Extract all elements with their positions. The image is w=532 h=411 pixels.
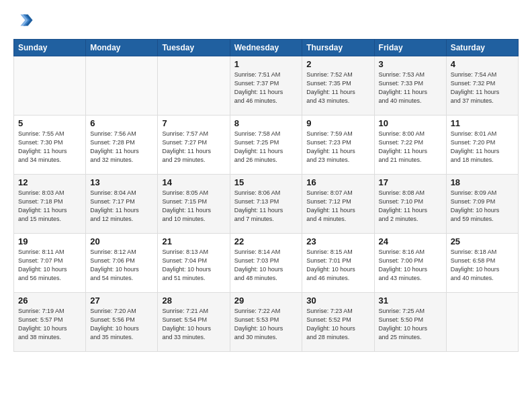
calendar-cell: 3Sunrise: 7:53 AM Sunset: 7:33 PM Daylig… <box>374 56 446 116</box>
day-info: Sunrise: 8:12 AM Sunset: 7:06 PM Dayligh… <box>90 248 153 283</box>
calendar-cell <box>14 56 86 116</box>
day-info: Sunrise: 7:52 AM Sunset: 7:35 PM Dayligh… <box>306 71 369 105</box>
week-row-1: 1Sunrise: 7:51 AM Sunset: 7:37 PM Daylig… <box>14 56 519 116</box>
day-info: Sunrise: 7:57 AM Sunset: 7:27 PM Dayligh… <box>162 130 225 165</box>
day-info: Sunrise: 7:25 AM Sunset: 5:50 PM Dayligh… <box>379 307 442 342</box>
day-info: Sunrise: 7:23 AM Sunset: 5:52 PM Dayligh… <box>306 307 369 342</box>
day-info: Sunrise: 8:18 AM Sunset: 6:58 PM Dayligh… <box>451 248 514 283</box>
day-info: Sunrise: 7:21 AM Sunset: 5:54 PM Dayligh… <box>162 307 225 342</box>
day-info: Sunrise: 8:07 AM Sunset: 7:12 PM Dayligh… <box>306 189 369 224</box>
calendar-cell: 28Sunrise: 7:21 AM Sunset: 5:54 PM Dayli… <box>158 293 230 352</box>
calendar-cell: 31Sunrise: 7:25 AM Sunset: 5:50 PM Dayli… <box>374 293 446 352</box>
calendar-cell: 26Sunrise: 7:19 AM Sunset: 5:57 PM Dayli… <box>14 293 86 352</box>
day-number: 6 <box>90 118 153 128</box>
day-header-thursday: Thursday <box>302 40 374 56</box>
week-row-4: 19Sunrise: 8:11 AM Sunset: 7:07 PM Dayli… <box>14 234 519 293</box>
calendar-cell: 4Sunrise: 7:54 AM Sunset: 7:32 PM Daylig… <box>446 56 518 116</box>
day-info: Sunrise: 8:16 AM Sunset: 7:00 PM Dayligh… <box>379 248 442 283</box>
calendar-cell: 25Sunrise: 8:18 AM Sunset: 6:58 PM Dayli… <box>446 234 518 293</box>
day-number: 10 <box>379 118 442 128</box>
logo <box>13 11 36 32</box>
day-info: Sunrise: 7:56 AM Sunset: 7:28 PM Dayligh… <box>90 130 153 165</box>
calendar-cell: 21Sunrise: 8:13 AM Sunset: 7:04 PM Dayli… <box>158 234 230 293</box>
calendar-cell: 18Sunrise: 8:09 AM Sunset: 7:09 PM Dayli… <box>446 175 518 234</box>
day-number: 16 <box>306 177 369 187</box>
week-row-2: 5Sunrise: 7:55 AM Sunset: 7:30 PM Daylig… <box>14 116 519 175</box>
calendar-cell <box>86 56 158 116</box>
calendar-cell: 27Sunrise: 7:20 AM Sunset: 5:56 PM Dayli… <box>86 293 158 352</box>
day-number: 21 <box>162 236 225 246</box>
day-info: Sunrise: 8:11 AM Sunset: 7:07 PM Dayligh… <box>18 248 81 283</box>
day-number: 15 <box>234 177 298 187</box>
day-info: Sunrise: 8:03 AM Sunset: 7:18 PM Dayligh… <box>18 189 81 224</box>
day-number: 24 <box>379 236 442 246</box>
day-info: Sunrise: 8:05 AM Sunset: 7:15 PM Dayligh… <box>162 189 225 224</box>
day-number: 25 <box>451 236 514 246</box>
day-info: Sunrise: 7:59 AM Sunset: 7:23 PM Dayligh… <box>306 130 369 165</box>
day-info: Sunrise: 7:53 AM Sunset: 7:33 PM Dayligh… <box>379 71 442 105</box>
calendar-cell: 30Sunrise: 7:23 AM Sunset: 5:52 PM Dayli… <box>302 293 374 352</box>
calendar-cell: 10Sunrise: 8:00 AM Sunset: 7:22 PM Dayli… <box>374 116 446 175</box>
calendar-cell: 2Sunrise: 7:52 AM Sunset: 7:35 PM Daylig… <box>302 56 374 116</box>
calendar-cell: 8Sunrise: 7:58 AM Sunset: 7:25 PM Daylig… <box>230 116 302 175</box>
day-number: 4 <box>451 59 514 69</box>
calendar-cell: 13Sunrise: 8:04 AM Sunset: 7:17 PM Dayli… <box>86 175 158 234</box>
day-number: 17 <box>379 177 442 187</box>
day-info: Sunrise: 8:14 AM Sunset: 7:03 PM Dayligh… <box>234 248 298 283</box>
day-number: 14 <box>162 177 225 187</box>
day-number: 18 <box>451 177 514 187</box>
calendar-cell: 5Sunrise: 7:55 AM Sunset: 7:30 PM Daylig… <box>14 116 86 175</box>
day-number: 11 <box>451 118 514 128</box>
calendar-cell: 24Sunrise: 8:16 AM Sunset: 7:00 PM Dayli… <box>374 234 446 293</box>
day-number: 12 <box>18 177 81 187</box>
day-info: Sunrise: 7:55 AM Sunset: 7:30 PM Dayligh… <box>18 130 81 165</box>
day-number: 7 <box>162 118 225 128</box>
calendar-cell: 6Sunrise: 7:56 AM Sunset: 7:28 PM Daylig… <box>86 116 158 175</box>
day-number: 9 <box>306 118 369 128</box>
day-number: 20 <box>90 236 153 246</box>
calendar-cell: 14Sunrise: 8:05 AM Sunset: 7:15 PM Dayli… <box>158 175 230 234</box>
day-info: Sunrise: 7:51 AM Sunset: 7:37 PM Dayligh… <box>234 71 298 105</box>
day-number: 3 <box>379 59 442 69</box>
day-number: 22 <box>234 236 298 246</box>
week-row-5: 26Sunrise: 7:19 AM Sunset: 5:57 PM Dayli… <box>14 293 519 352</box>
calendar-cell: 16Sunrise: 8:07 AM Sunset: 7:12 PM Dayli… <box>302 175 374 234</box>
day-info: Sunrise: 7:22 AM Sunset: 5:53 PM Dayligh… <box>234 307 298 342</box>
calendar-cell: 23Sunrise: 8:15 AM Sunset: 7:01 PM Dayli… <box>302 234 374 293</box>
day-info: Sunrise: 8:01 AM Sunset: 7:20 PM Dayligh… <box>451 130 514 165</box>
day-number: 19 <box>18 236 81 246</box>
day-header-tuesday: Tuesday <box>158 40 230 56</box>
calendar-cell: 12Sunrise: 8:03 AM Sunset: 7:18 PM Dayli… <box>14 175 86 234</box>
week-row-3: 12Sunrise: 8:03 AM Sunset: 7:18 PM Dayli… <box>14 175 519 234</box>
calendar-cell: 19Sunrise: 8:11 AM Sunset: 7:07 PM Dayli… <box>14 234 86 293</box>
calendar-cell: 7Sunrise: 7:57 AM Sunset: 7:27 PM Daylig… <box>158 116 230 175</box>
calendar-cell: 22Sunrise: 8:14 AM Sunset: 7:03 PM Dayli… <box>230 234 302 293</box>
day-header-sunday: Sunday <box>14 40 86 56</box>
calendar-cell <box>446 293 518 352</box>
day-number: 29 <box>234 295 298 306</box>
day-header-wednesday: Wednesday <box>230 40 302 56</box>
day-number: 13 <box>90 177 153 187</box>
day-number: 30 <box>306 295 369 306</box>
day-info: Sunrise: 8:00 AM Sunset: 7:22 PM Dayligh… <box>379 130 442 165</box>
day-number: 27 <box>90 295 153 306</box>
day-number: 31 <box>379 295 442 306</box>
calendar: SundayMondayTuesdayWednesdayThursdayFrid… <box>13 39 519 352</box>
day-info: Sunrise: 7:54 AM Sunset: 7:32 PM Dayligh… <box>451 71 514 105</box>
calendar-cell <box>158 56 230 116</box>
day-info: Sunrise: 8:09 AM Sunset: 7:09 PM Dayligh… <box>451 189 514 224</box>
day-info: Sunrise: 7:19 AM Sunset: 5:57 PM Dayligh… <box>18 307 81 342</box>
calendar-cell: 20Sunrise: 8:12 AM Sunset: 7:06 PM Dayli… <box>86 234 158 293</box>
day-header-friday: Friday <box>374 40 446 56</box>
calendar-cell: 17Sunrise: 8:08 AM Sunset: 7:10 PM Dayli… <box>374 175 446 234</box>
day-header-saturday: Saturday <box>446 40 518 56</box>
header <box>13 11 519 32</box>
day-info: Sunrise: 8:15 AM Sunset: 7:01 PM Dayligh… <box>306 248 369 283</box>
day-number: 23 <box>306 236 369 246</box>
calendar-header-row: SundayMondayTuesdayWednesdayThursdayFrid… <box>14 40 519 56</box>
day-info: Sunrise: 8:13 AM Sunset: 7:04 PM Dayligh… <box>162 248 225 283</box>
calendar-cell: 9Sunrise: 7:59 AM Sunset: 7:23 PM Daylig… <box>302 116 374 175</box>
day-number: 28 <box>162 295 225 306</box>
day-info: Sunrise: 8:06 AM Sunset: 7:13 PM Dayligh… <box>234 189 298 224</box>
calendar-cell: 15Sunrise: 8:06 AM Sunset: 7:13 PM Dayli… <box>230 175 302 234</box>
